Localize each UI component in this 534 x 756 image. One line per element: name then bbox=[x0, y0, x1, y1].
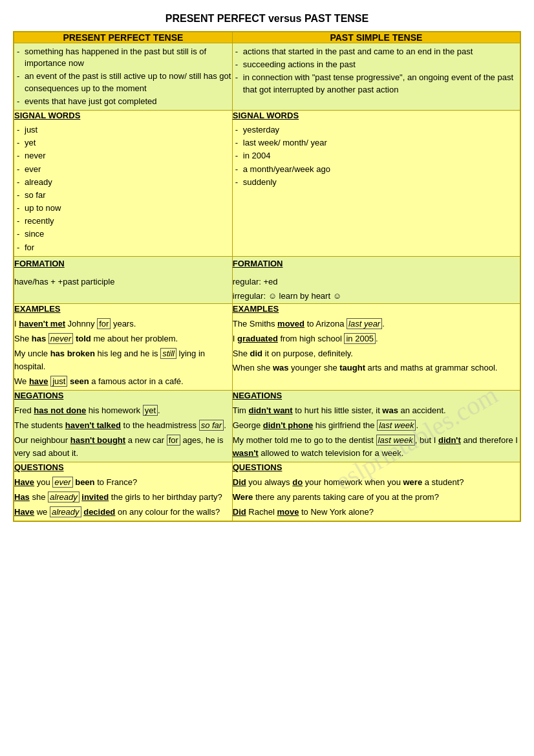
signal-since: since bbox=[14, 228, 232, 240]
signal-never: never bbox=[14, 150, 232, 162]
q4: Did you always do your homework when you… bbox=[233, 476, 520, 490]
examples-col1: EXAMPLES I haven't met Johnny for years.… bbox=[14, 304, 232, 391]
questions-row: QUESTIONS Have you ever been to France? … bbox=[14, 462, 520, 521]
signal-title-col1: SIGNAL WORDS bbox=[14, 111, 232, 120]
signal-recently: recently bbox=[14, 215, 232, 227]
ex3: My uncle has broken his leg and he is st… bbox=[14, 347, 232, 374]
examples-text-col1: I haven't met Johnny for years. She has … bbox=[14, 318, 232, 389]
signal-monthago: a month/year/week ago bbox=[233, 164, 520, 175]
desc-item-2: an event of the past is still active up … bbox=[14, 70, 232, 94]
neg5: George didn't phone his girlfriend the l… bbox=[233, 419, 520, 433]
formation-irregular: irregular: ☺ learn by heart ☺ bbox=[233, 289, 520, 303]
description-col1: something has happened in the past but s… bbox=[14, 43, 232, 111]
ex7: She did it on purpose, definitely. bbox=[233, 347, 520, 361]
questions-text-col1: Have you ever been to France? Has she al… bbox=[14, 476, 232, 519]
neg6: My mother told me to go to the dentist l… bbox=[233, 434, 520, 461]
description-col2: actions that started in the past and cam… bbox=[232, 43, 520, 111]
examples-text-col2: The Smiths moved to Arizona last year. I… bbox=[233, 318, 520, 375]
signal-yesterday: yesterday bbox=[233, 124, 520, 136]
negations-col2: NEGATIONS Tim didn't want to hurt his li… bbox=[232, 391, 520, 462]
questions-col1: QUESTIONS Have you ever been to France? … bbox=[14, 462, 232, 521]
col2-header: PAST SIMPLE TENSE bbox=[232, 32, 520, 43]
signal-sofar: so far bbox=[14, 189, 232, 201]
examples-col2: EXAMPLES The Smiths moved to Arizona las… bbox=[232, 304, 520, 391]
signal-col2: SIGNAL WORDS yesterday last week/ month/… bbox=[232, 110, 520, 256]
ex8: When she was younger she taught arts and… bbox=[233, 362, 520, 375]
ex1: I haven't met Johnny for years. bbox=[14, 318, 232, 331]
negations-title-col2: NEGATIONS bbox=[233, 391, 520, 400]
signal-yet: yet bbox=[14, 137, 232, 149]
ex5: The Smiths moved to Arizona last year. bbox=[233, 318, 520, 331]
examples-title-col2: EXAMPLES bbox=[233, 304, 520, 314]
signal-col1: SIGNAL WORDS just yet never ever already… bbox=[14, 110, 232, 256]
negations-text-col1: Fred has not done his homework yet. The … bbox=[14, 404, 232, 460]
signal-ever: ever bbox=[14, 164, 232, 175]
ex2: She has never told me about her problem. bbox=[14, 332, 232, 346]
formation-text-col1: have/has + +past participle bbox=[14, 277, 114, 286]
negations-text-col2: Tim didn't want to hurt his little siste… bbox=[233, 404, 520, 460]
neg1: Fred has not done his homework yet. bbox=[14, 404, 232, 418]
questions-title-col2: QUESTIONS bbox=[233, 462, 520, 472]
desc-item-4: actions that started in the past and cam… bbox=[233, 46, 520, 58]
formation-col2: FORMATION regular: +ed irregular: ☺ lear… bbox=[232, 256, 520, 303]
q1: Have you ever been to France? bbox=[14, 476, 232, 490]
negations-row: NEGATIONS Fred has not done his homework… bbox=[14, 391, 520, 462]
questions-title-col1: QUESTIONS bbox=[14, 462, 232, 472]
desc-item-1: something has happened in the past but s… bbox=[14, 46, 232, 69]
formation-row: FORMATION have/has + +past participle FO… bbox=[14, 256, 520, 303]
signal-already: already bbox=[14, 177, 232, 188]
q3: Have we already decided on any colour fo… bbox=[14, 506, 232, 519]
q6: Did Rachel move to New York alone? bbox=[233, 506, 520, 519]
desc-item-3: events that have just got completed bbox=[14, 96, 232, 107]
q5: Were there any parents taking care of yo… bbox=[233, 491, 520, 504]
q2: Has she already invited the girls to her… bbox=[14, 491, 232, 504]
description-list-col2: actions that started in the past and cam… bbox=[233, 46, 520, 96]
signal-lastweek: last week/ month/ year bbox=[233, 137, 520, 149]
signal-in2004: in 2004 bbox=[233, 150, 520, 162]
questions-col2: QUESTIONS Did you always do your homewor… bbox=[232, 462, 520, 521]
formation-title-col2: FORMATION bbox=[233, 257, 520, 271]
page: PRESENT PERFECT versus PAST TENSE PRESEN… bbox=[13, 13, 521, 522]
signal-suddenly: suddenly bbox=[233, 177, 520, 188]
signal-list-col2: yesterday last week/ month/ year in 2004… bbox=[233, 124, 520, 188]
main-table: PRESENT PERFECT TENSE PAST SIMPLE TENSE … bbox=[13, 31, 521, 522]
neg2: The students haven't talked to the headm… bbox=[14, 419, 232, 433]
formation-title-col1: FORMATION bbox=[14, 257, 232, 271]
main-title: PRESENT PERFECT versus PAST TENSE bbox=[13, 13, 521, 25]
signal-for: for bbox=[14, 242, 232, 254]
formation-col1: FORMATION have/has + +past participle bbox=[14, 256, 232, 303]
neg4: Tim didn't want to hurt his little siste… bbox=[233, 404, 520, 418]
ex6: I graduated from high school in 2005. bbox=[233, 332, 520, 346]
signal-title-col2: SIGNAL WORDS bbox=[233, 111, 520, 120]
negations-title-col1: NEGATIONS bbox=[14, 391, 232, 400]
questions-text-col2: Did you always do your homework when you… bbox=[233, 476, 520, 519]
col1-header: PRESENT PERFECT TENSE bbox=[14, 32, 232, 43]
ex4: We have just seen a famous actor in a ca… bbox=[14, 375, 232, 389]
signal-list-col1: just yet never ever already so far up to… bbox=[14, 124, 232, 254]
desc-item-6: in connection with "past tense progressi… bbox=[233, 72, 520, 95]
negations-col1: NEGATIONS Fred has not done his homework… bbox=[14, 391, 232, 462]
signal-words-row: SIGNAL WORDS just yet never ever already… bbox=[14, 110, 520, 256]
neg3: Our neighbour hasn't bought a new car fo… bbox=[14, 434, 232, 461]
signal-just: just bbox=[14, 124, 232, 136]
signal-uptonow: up to now bbox=[14, 202, 232, 214]
formation-regular: regular: +ed bbox=[233, 275, 520, 289]
desc-item-5: succeeding actions in the past bbox=[233, 59, 520, 70]
description-row: something has happened in the past but s… bbox=[14, 43, 520, 111]
examples-row: EXAMPLES I haven't met Johnny for years.… bbox=[14, 304, 520, 391]
examples-title-col1: EXAMPLES bbox=[14, 304, 232, 314]
description-list-col1: something has happened in the past but s… bbox=[14, 46, 232, 107]
header-row: PRESENT PERFECT TENSE PAST SIMPLE TENSE bbox=[14, 32, 520, 43]
